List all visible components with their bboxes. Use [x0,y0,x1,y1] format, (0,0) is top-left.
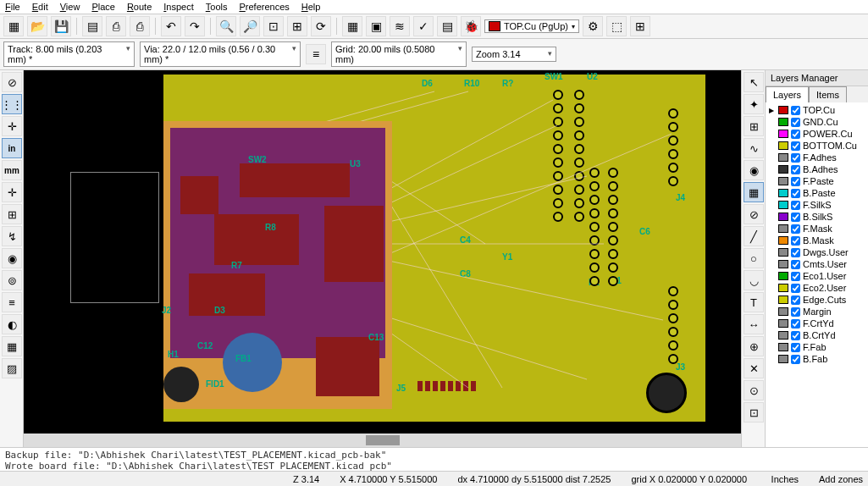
3d-icon[interactable]: ⬚ [606,16,627,36]
layer-visible-checkbox[interactable] [791,284,800,293]
dimension-icon[interactable]: ↔ [744,314,764,334]
pcb-canvas[interactable]: C4Y1C8R1D1C6J4J3H4J5 D6R10R?SW1U2 [24,70,741,434]
footprint-icon[interactable]: ▦ [342,16,362,36]
zone-disp-icon[interactable]: ▨ [2,358,22,378]
layer-row[interactable]: B.Adhes [767,163,866,175]
layer-visible-checkbox[interactable] [791,141,800,151]
zoom-out-icon[interactable]: 🔎 [240,16,260,36]
drc-icon[interactable]: ✓ [413,16,434,36]
layer-row[interactable]: Edge.Cuts [767,294,866,306]
layer-visible-checkbox[interactable] [791,272,800,281]
inspect-icon[interactable]: ⊞ [744,116,764,136]
delete-icon[interactable]: ✕ [744,358,764,378]
pad-disp-icon[interactable]: ◉ [2,248,22,268]
layer-visible-checkbox[interactable] [791,331,800,340]
redo-icon[interactable]: ↷ [185,16,205,36]
layer-row[interactable]: B.Mask [767,235,866,246]
layer-visible-checkbox[interactable] [791,319,800,329]
menu-tools[interactable]: Tools [206,2,228,12]
layer-row[interactable]: F.SilkS [767,199,866,211]
page-icon[interactable]: ▤ [82,16,102,36]
layer-row[interactable]: Cmts.User [767,258,866,270]
track-width-combo[interactable]: Track: 8.00 mils (0.203 mm) * [3,41,135,67]
layer-row[interactable]: BOTTOM.Cu [767,140,866,152]
layer-row[interactable]: GND.Cu [767,116,866,128]
cursor-icon[interactable]: ✛ [2,182,22,202]
layer-visible-checkbox[interactable] [791,260,800,269]
open-icon[interactable]: 📂 [27,16,47,36]
drc-off-icon[interactable]: ⊘ [2,72,22,92]
layer-visible-checkbox[interactable] [791,177,800,186]
layer-row[interactable]: B.Fab [767,353,866,365]
line-icon[interactable]: ╱ [744,226,764,246]
layer-visible-checkbox[interactable] [791,236,800,246]
layer-row[interactable]: POWER.Cu [767,128,866,140]
text-icon[interactable]: T [744,292,764,312]
menu-preferences[interactable]: Preferences [239,2,289,12]
via-size-combo[interactable]: Via: 22.0 / 12.0 mils (0.56 / 0.30 mm) * [140,41,301,67]
layer-row[interactable]: Eco2.User [767,282,866,294]
menu-inspect[interactable]: Inspect [163,2,193,12]
circle-icon[interactable]: ○ [744,248,764,268]
units-in-icon[interactable]: in [2,138,22,158]
target-icon[interactable]: ⊕ [744,336,764,356]
menu-route[interactable]: Route [127,2,152,12]
layer-row[interactable]: Dwgs.User [767,246,866,258]
via-place-icon[interactable]: ◉ [744,160,764,180]
route-track-icon[interactable]: ∿ [744,138,764,158]
netlist-icon[interactable]: ≋ [390,16,410,36]
layer-visible-checkbox[interactable] [791,153,800,163]
module-icon[interactable]: ▣ [366,16,386,36]
tree-icon[interactable]: ⊞ [630,16,650,36]
zoom-combo[interactable]: Zoom 3.14 [472,47,556,62]
horizontal-scrollbar[interactable] [24,434,741,447]
print-icon[interactable]: ⎙ [130,16,150,36]
layer-row[interactable]: F.Adhes [767,152,866,163]
layer-row[interactable]: ▶TOP.Cu [767,104,866,116]
grid-combo[interactable]: Grid: 20.00 mils (0.5080 mm) [331,41,467,67]
layer-row[interactable]: B.CrtYd [767,329,866,341]
script-icon[interactable]: ⚙ [583,16,603,36]
undo-icon[interactable]: ↶ [161,16,181,36]
layer-visible-checkbox[interactable] [791,307,800,317]
units-mm-icon[interactable]: mm [2,160,22,180]
menu-place[interactable]: Place [91,2,115,12]
layer-visible-checkbox[interactable] [791,106,800,115]
layer-visible-checkbox[interactable] [791,201,800,210]
layer-row[interactable]: B.SilkS [767,211,866,223]
zoom-refresh-icon[interactable]: ⟳ [311,16,331,36]
layer-selector[interactable]: TOP.Cu (PgUp)▾ [484,19,579,33]
select-icon[interactable]: ↖ [744,72,764,92]
via-disp-icon[interactable]: ⊚ [2,270,22,290]
tab-items[interactable]: Items [809,86,847,102]
menu-file[interactable]: File [5,2,20,12]
grid-origin-icon[interactable]: ⊡ [744,402,764,422]
layer-row[interactable]: F.Mask [767,223,866,235]
polar-icon[interactable]: ✛ [2,116,22,136]
keepout-icon[interactable]: ⊘ [744,204,764,224]
menu-view[interactable]: View [60,2,80,12]
layer-alpha-icon[interactable]: ▦ [2,336,22,356]
autowire-icon[interactable]: ↯ [2,226,22,246]
layer-visible-checkbox[interactable] [791,224,800,234]
layer-visible-checkbox[interactable] [791,189,800,198]
track-disp-icon[interactable]: ≡ [2,292,22,312]
zoom-area-icon[interactable]: ⊞ [287,16,307,36]
zoom-fit-icon[interactable]: ⊡ [263,16,284,36]
layer-visible-checkbox[interactable] [791,248,800,257]
layer-visible-checkbox[interactable] [791,130,800,139]
new-icon[interactable]: ▦ [3,16,24,36]
zoom-in-icon[interactable]: 🔍 [216,16,236,36]
layer-row[interactable]: Margin [767,306,866,318]
layer-row[interactable]: F.Paste [767,175,866,187]
ratsnest-icon[interactable]: ⊞ [2,204,22,224]
layer-visible-checkbox[interactable] [791,295,800,305]
arc-icon[interactable]: ◡ [744,270,764,290]
contrast-icon[interactable]: ◐ [2,314,22,334]
layer-row[interactable]: Eco1.User [767,270,866,282]
layer-row[interactable]: B.Paste [767,187,866,199]
layer-row[interactable]: F.Fab [767,341,866,353]
bug-icon[interactable]: 🐞 [461,16,481,36]
layer-icon[interactable]: ▤ [437,16,457,36]
layer-visible-checkbox[interactable] [791,165,800,174]
